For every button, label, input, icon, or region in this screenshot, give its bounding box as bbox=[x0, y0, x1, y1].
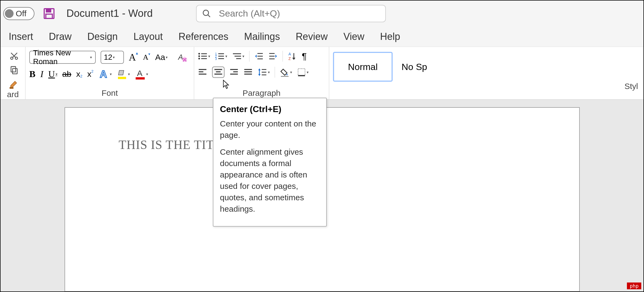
styles-group-label: Styl bbox=[333, 82, 640, 93]
svg-text:A: A bbox=[137, 69, 142, 78]
svg-text:A: A bbox=[289, 52, 291, 56]
tab-design[interactable]: Design bbox=[87, 31, 118, 42]
strikethrough-button[interactable]: ab bbox=[62, 69, 71, 79]
tooltip-line2: Center alignment gives documents a forma… bbox=[220, 146, 320, 215]
svg-rect-17 bbox=[136, 77, 145, 80]
autosave-toggle[interactable]: Off bbox=[3, 7, 34, 20]
tooltip-center: Center (Ctrl+E) Center your content on t… bbox=[213, 98, 327, 227]
multilevel-list-button[interactable]: ▾ bbox=[232, 52, 244, 60]
decrease-indent-button[interactable] bbox=[254, 52, 264, 60]
copy-button[interactable] bbox=[9, 65, 19, 75]
svg-point-18 bbox=[198, 53, 200, 55]
svg-point-20 bbox=[198, 55, 200, 57]
borders-button[interactable]: ▾ bbox=[297, 68, 309, 77]
tab-help[interactable]: Help bbox=[380, 31, 400, 42]
save-button[interactable] bbox=[43, 7, 56, 20]
svg-text:Z: Z bbox=[289, 56, 291, 61]
svg-text:A: A bbox=[178, 53, 183, 61]
align-center-button[interactable] bbox=[212, 66, 225, 78]
search-icon bbox=[202, 9, 211, 18]
superscript-button[interactable]: x2 bbox=[87, 69, 94, 79]
style-normal[interactable]: Normal bbox=[333, 52, 393, 82]
watermark: php bbox=[627, 283, 641, 289]
tab-references[interactable]: References bbox=[178, 31, 228, 42]
text-effects-button[interactable]: A▾ bbox=[98, 69, 112, 80]
tab-view[interactable]: View bbox=[343, 31, 364, 42]
line-spacing-button[interactable]: ▾ bbox=[258, 68, 270, 77]
tab-review[interactable]: Review bbox=[296, 31, 328, 42]
underline-button[interactable]: U ▾ bbox=[48, 69, 57, 79]
svg-text:3: 3 bbox=[215, 57, 217, 61]
font-size-value: 12 bbox=[104, 53, 112, 62]
svg-text:A: A bbox=[100, 69, 107, 80]
bold-button[interactable]: B bbox=[29, 69, 36, 79]
align-left-button[interactable] bbox=[198, 68, 207, 76]
highlight-button[interactable]: ▾ bbox=[117, 69, 130, 80]
font-group-label: Font bbox=[29, 88, 190, 99]
tab-draw[interactable]: Draw bbox=[49, 31, 72, 42]
search-input[interactable] bbox=[219, 8, 380, 19]
font-family-value: Times New Roman bbox=[33, 49, 89, 66]
chevron-down-icon: ▾ bbox=[90, 55, 92, 59]
subscript-button[interactable]: x2 bbox=[76, 69, 82, 79]
document-title: Document1 - Word bbox=[66, 8, 153, 19]
sort-button[interactable]: AZ bbox=[288, 52, 297, 61]
clipboard-group: ard bbox=[1, 47, 25, 99]
change-case-button[interactable]: Aa ▾ bbox=[155, 53, 168, 62]
ribbon-tabs: Insert Draw Design Layout References Mai… bbox=[1, 26, 643, 47]
cut-button[interactable] bbox=[9, 51, 19, 61]
style-no-spacing[interactable]: No Sp bbox=[398, 52, 431, 82]
chevron-down-icon: ▾ bbox=[113, 55, 115, 59]
font-group: Times New Roman ▾ 12 ▾ A▴ A▾ Aa ▾ A B I … bbox=[25, 47, 194, 99]
styles-group: Normal No Sp Styl bbox=[329, 47, 643, 99]
toggle-knob bbox=[5, 9, 14, 18]
title-bar: Off Document1 - Word bbox=[1, 1, 643, 26]
show-paragraph-marks-button[interactable]: ¶ bbox=[302, 51, 307, 62]
svg-rect-57 bbox=[298, 69, 305, 76]
search-box[interactable] bbox=[196, 5, 386, 22]
clear-formatting-button[interactable]: A bbox=[177, 52, 187, 62]
justify-button[interactable] bbox=[243, 68, 253, 76]
toggle-label: Off bbox=[16, 9, 26, 18]
increase-indent-button[interactable] bbox=[268, 52, 278, 60]
svg-rect-56 bbox=[281, 76, 289, 77]
tab-mailings[interactable]: Mailings bbox=[244, 31, 280, 42]
svg-rect-9 bbox=[12, 68, 17, 74]
clipboard-group-label: ard bbox=[4, 90, 21, 101]
paragraph-group: ▾ 123 ▾ ▾ AZ ¶ ▾ ▾ ▾ Paragrap bbox=[194, 47, 329, 99]
svg-point-3 bbox=[203, 10, 209, 15]
align-right-button[interactable] bbox=[229, 68, 239, 76]
tab-layout[interactable]: Layout bbox=[133, 31, 163, 42]
ribbon: ard Times New Roman ▾ 12 ▾ A▴ A▾ Aa ▾ A bbox=[1, 47, 643, 100]
svg-rect-1 bbox=[46, 9, 51, 12]
svg-line-4 bbox=[208, 15, 210, 17]
bullets-button[interactable]: ▾ bbox=[198, 52, 210, 60]
shading-button[interactable]: ▾ bbox=[280, 68, 292, 77]
tooltip-title: Center (Ctrl+E) bbox=[220, 104, 320, 114]
cursor-icon bbox=[222, 80, 230, 90]
italic-button[interactable]: I bbox=[40, 69, 43, 79]
svg-rect-15 bbox=[118, 77, 126, 79]
document-text: THIS IS THE TITLE OF M bbox=[119, 138, 579, 152]
numbering-button[interactable]: 123 ▾ bbox=[215, 52, 227, 60]
grow-font-button[interactable]: A▴ bbox=[129, 52, 138, 63]
tooltip-line1: Center your content on the page. bbox=[220, 118, 320, 141]
font-color-button[interactable]: A▾ bbox=[135, 69, 148, 80]
svg-rect-2 bbox=[46, 14, 52, 18]
shrink-font-button[interactable]: A▾ bbox=[143, 53, 150, 62]
svg-rect-10 bbox=[11, 66, 16, 72]
font-size-combo[interactable]: 12 ▾ bbox=[101, 51, 124, 64]
svg-point-22 bbox=[198, 58, 200, 59]
tab-insert[interactable]: Insert bbox=[9, 31, 33, 42]
svg-rect-11 bbox=[10, 87, 13, 89]
font-family-combo[interactable]: Times New Roman ▾ bbox=[29, 51, 96, 64]
format-painter-button[interactable] bbox=[9, 80, 19, 90]
